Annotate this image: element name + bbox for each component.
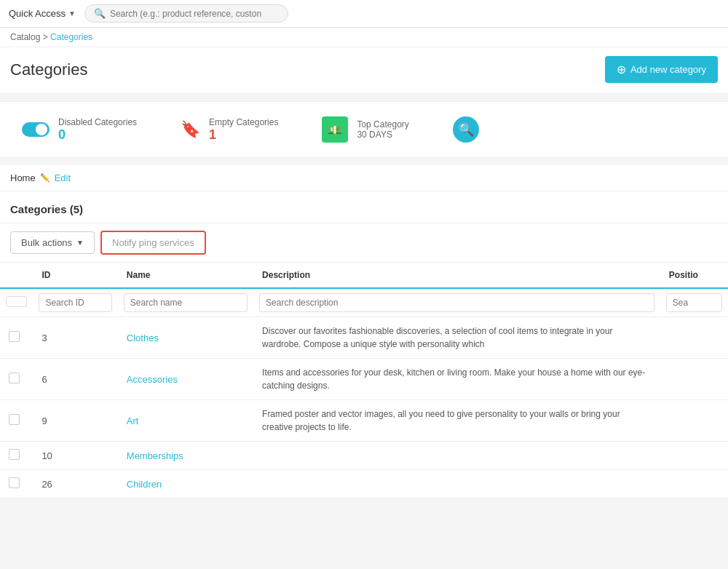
row-name[interactable]: Art (118, 400, 253, 442)
row-id: 26 (33, 470, 117, 498)
row-position (660, 317, 728, 359)
row-name[interactable]: Children (118, 470, 253, 498)
breadcrumb: Catalog > Categories (0, 28, 728, 47)
row-name[interactable]: Accessories (118, 359, 253, 400)
col-description: Description (253, 263, 660, 288)
col-checkbox (0, 263, 33, 288)
row-description (253, 442, 660, 470)
table-row: 10 Memberships (0, 442, 728, 470)
row-description: Discover our favorites fashionable disco… (253, 317, 660, 359)
search-description-input[interactable] (259, 293, 654, 312)
row-checkbox[interactable] (9, 449, 20, 460)
row-checkbox[interactable] (9, 477, 20, 488)
empty-categories-stat: 🔖 Empty Categories 1 (181, 117, 278, 143)
search-description-cell (253, 288, 660, 317)
row-checkbox-cell (0, 442, 33, 470)
search-id-cell (33, 288, 117, 317)
plus-icon: ⊕ (617, 63, 626, 76)
home-text: Home (10, 172, 36, 183)
search-position-input[interactable] (666, 293, 722, 312)
add-new-category-button[interactable]: ⊕ Add new category (605, 56, 718, 83)
row-checkbox-cell (0, 317, 33, 359)
row-checkbox[interactable] (9, 414, 20, 425)
search-icon: 🔍 (94, 8, 106, 19)
bulk-actions-button[interactable]: Bulk actions ▼ (10, 231, 95, 254)
row-description: Framed poster and vector images, all you… (253, 400, 660, 442)
categories-table-wrap: ID Name Description Positio (0, 263, 728, 498)
row-id: 6 (33, 359, 117, 400)
table-row: 26 Children (0, 470, 728, 498)
table-search-row (0, 288, 728, 317)
global-search-input[interactable] (110, 9, 279, 19)
page-header: Categories ⊕ Add new category (0, 47, 728, 94)
main-content: Categories (5) Bulk actions ▼ Notify pin… (0, 191, 728, 498)
global-search-bar: 🔍 (84, 4, 288, 23)
col-position: Positio (660, 263, 728, 288)
bills-icon: 💵 (322, 116, 348, 143)
add-button-label: Add new category (630, 64, 706, 75)
breadcrumb-separator: > (43, 32, 48, 42)
toolbar: Bulk actions ▼ Notify ping services (0, 223, 728, 263)
search-position-cell (660, 288, 728, 317)
categories-table: ID Name Description Positio (0, 263, 728, 498)
table-row: 9 Art Framed poster and vector images, a… (0, 400, 728, 442)
table-header-row: ID Name Description Positio (0, 263, 728, 288)
row-checkbox-cell (0, 470, 33, 498)
empty-categories-value: 1 (209, 127, 278, 143)
top-category-sub: 30 DAYS (357, 130, 408, 140)
edit-link[interactable]: Edit (55, 172, 71, 183)
breadcrumb-current[interactable]: Categories (50, 32, 92, 42)
chevron-down-icon: ▼ (68, 9, 76, 17)
row-position (660, 442, 728, 470)
row-checkbox-cell (0, 400, 33, 442)
top-category-stat: 💵 Top Category 30 DAYS (322, 116, 408, 143)
search-checkbox-cell (0, 288, 33, 317)
row-checkbox[interactable] (9, 373, 20, 383)
stats-bar: Disabled Categories 0 🔖 Empty Categories… (0, 101, 728, 158)
select-all-checkbox[interactable] (6, 296, 27, 307)
row-description (253, 470, 660, 498)
row-checkbox-cell (0, 359, 33, 400)
table-row: 3 Clothes Discover our favorites fashion… (0, 317, 728, 359)
row-checkbox[interactable] (9, 331, 20, 342)
chevron-down-icon: ▼ (76, 239, 84, 247)
disabled-categories-label: Disabled Categories (58, 117, 137, 127)
breadcrumb-catalog: Catalog (10, 32, 40, 42)
row-name[interactable]: Clothes (118, 317, 253, 359)
row-position (660, 359, 728, 400)
row-position (660, 470, 728, 498)
section-title: Categories (5) (0, 191, 728, 223)
search-name-input[interactable] (124, 293, 248, 312)
row-description: Items and accessories for your desk, kit… (253, 359, 660, 400)
row-id: 10 (33, 442, 117, 470)
disabled-categories-stat: Disabled Categories 0 (22, 117, 137, 143)
notify-ping-button[interactable]: Notify ping services (100, 231, 206, 255)
quick-access-label: Quick Access (9, 8, 66, 19)
top-category-label: Top Category (357, 119, 408, 130)
empty-categories-label: Empty Categories (209, 117, 278, 127)
row-position (660, 400, 728, 442)
page-title: Categories (10, 60, 87, 79)
col-name: Name (118, 263, 253, 288)
bulk-actions-label: Bulk actions (21, 237, 72, 248)
search-id-input[interactable] (39, 293, 111, 312)
stats-search-icon[interactable]: 🔍 (453, 116, 479, 143)
col-id: ID (33, 263, 117, 288)
search-name-cell (118, 288, 253, 317)
row-id: 9 (33, 400, 117, 442)
bookmark-icon: 🔖 (181, 120, 200, 139)
notify-ping-label: Notify ping services (112, 237, 194, 248)
table-row: 6 Accessories Items and accessories for … (0, 359, 728, 400)
row-name[interactable]: Memberships (118, 442, 253, 470)
quick-access-menu[interactable]: Quick Access ▼ (9, 8, 76, 19)
pencil-icon: ✏️ (40, 173, 50, 183)
disabled-categories-value: 0 (58, 127, 137, 143)
toggle-icon[interactable] (22, 122, 50, 137)
home-edit-bar: Home ✏️ Edit (0, 165, 728, 191)
row-id: 3 (33, 317, 117, 359)
top-nav: Quick Access ▼ 🔍 (0, 0, 728, 28)
